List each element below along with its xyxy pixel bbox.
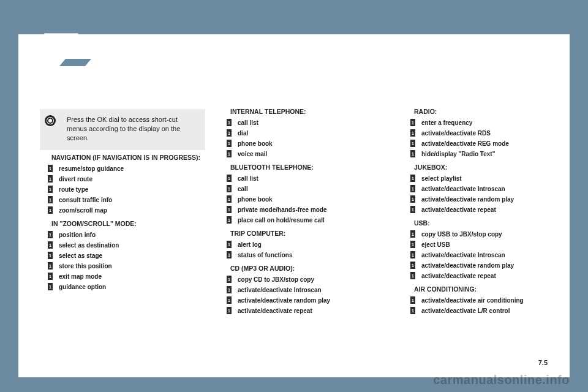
column-2: INTERNAL TELEPHONE:1call list1dial1phone… (227, 108, 398, 320)
item-label: activate/deactivate REG mode (421, 140, 509, 147)
item-badge-icon: 1 (410, 296, 415, 304)
menu-item: 1activate/deactivate random play (410, 195, 582, 203)
menu-item: 1position info (48, 231, 219, 238)
menu-item: 1exit map mode (48, 273, 219, 280)
menu-item: 1store this position (48, 262, 219, 270)
page-number: 7.5 (538, 359, 548, 366)
menu-item: 1activate/deactivate L/R control (410, 307, 582, 314)
menu-item: 1activate/deactivate Introscan (410, 185, 582, 192)
item-label: call list (238, 175, 258, 182)
item-badge-icon: 1 (410, 195, 415, 203)
item-label: alert log (238, 241, 262, 248)
menu-item: 1place call on hold/resume call (227, 216, 398, 224)
item-badge-icon: 1 (48, 262, 53, 270)
item-badge-icon: 1 (48, 273, 53, 280)
menu-item: 1guidance option (48, 283, 219, 290)
item-badge-icon: 1 (227, 150, 232, 157)
menu-item: 1eject USB (410, 241, 582, 248)
menu-item: 1select as destination (48, 241, 219, 249)
menu-item: 1zoom/scroll map (48, 206, 219, 214)
item-label: select as stage (59, 252, 102, 259)
item-label: activate/deactivate Introscan (238, 287, 322, 293)
column-3: RADIO:1enter a frequency1activate/deacti… (410, 108, 582, 320)
item-badge-icon: 1 (48, 186, 53, 193)
item-badge-icon: 1 (227, 307, 232, 314)
menu-item: 1copy CD to JBX/stop copy (227, 276, 398, 283)
item-label: resume/stop guidance (59, 165, 124, 172)
item-label: activate/deactivate random play (238, 297, 330, 304)
item-badge-icon: 1 (410, 129, 415, 137)
item-badge-icon: 1 (48, 231, 53, 238)
item-label: activate/deactivate random play (421, 262, 514, 269)
item-label: hide/display "Radio Text" (421, 151, 495, 157)
item-label: activate/deactivate repeat (421, 206, 496, 213)
menu-item: 1copy USB to JBX/stop copy (410, 230, 582, 238)
menu-item: 1phone book (227, 195, 398, 203)
item-badge-icon: 1 (410, 150, 415, 157)
item-label: activate/deactivate repeat (238, 307, 312, 314)
item-label: guidance option (59, 284, 106, 290)
item-label: divert route (59, 176, 92, 183)
item-label: phone book (238, 140, 273, 147)
item-badge-icon: 1 (410, 272, 415, 279)
section-title: USB: (410, 219, 582, 227)
item-badge-icon: 1 (410, 140, 415, 147)
item-label: activate/deactivate random play (421, 196, 514, 203)
item-label: call list (238, 119, 258, 126)
item-badge-icon: 1 (410, 307, 415, 314)
item-label: copy USB to JBX/stop copy (421, 231, 502, 238)
section-title: IN "ZOOM/SCROLL" MODE: (48, 220, 219, 227)
page-panel: Press the OK dial to access short-cut me… (18, 34, 570, 377)
menu-item: 1call list (227, 175, 398, 182)
item-badge-icon: 1 (410, 251, 415, 258)
item-badge-icon: 1 (227, 296, 232, 304)
section-title: BLUETOOTH TELEPHONE: (227, 164, 398, 171)
menu-section: RADIO:1enter a frequency1activate/deacti… (410, 108, 582, 157)
menu-item: 1call (227, 185, 398, 192)
intro-box: Press the OK dial to access short-cut me… (40, 109, 205, 150)
item-label: select as destination (59, 242, 119, 249)
menu-item: 1activate/deactivate random play (227, 296, 398, 304)
menu-item: 1enter a frequency (410, 119, 582, 126)
section-title: NAVIGATION (IF NAVIGATION IS IN PROGRESS… (48, 154, 219, 161)
item-badge-icon: 1 (227, 206, 232, 213)
item-badge-icon: 1 (227, 140, 232, 147)
item-badge-icon: 1 (227, 241, 232, 248)
menu-item: 1activate/deactivate repeat (410, 272, 582, 279)
item-label: activate/deactivate repeat (421, 273, 496, 279)
item-badge-icon: 1 (48, 196, 53, 203)
menu-section: NAVIGATION (IF NAVIGATION IS IN PROGRESS… (48, 154, 219, 214)
item-badge-icon: 1 (410, 175, 415, 182)
section-title: TRIP COMPUTER: (227, 230, 398, 237)
menu-section: CD (MP3 OR AUDIO):1copy CD to JBX/stop c… (227, 265, 398, 314)
menu-item: 1alert log (227, 241, 398, 248)
item-label: route type (59, 186, 88, 193)
item-badge-icon: 1 (410, 185, 415, 192)
menu-item: 1activate/deactivate RDS (410, 129, 582, 137)
item-label: consult traffic info (59, 197, 112, 203)
menu-item: 1status of functions (227, 251, 398, 258)
menu-section: TRIP COMPUTER:1alert log1status of funct… (227, 230, 398, 258)
item-label: enter a frequency (421, 119, 472, 126)
menu-section: USB:1copy USB to JBX/stop copy1eject USB… (410, 219, 582, 279)
menu-item: 1activate/deactivate Introscan (227, 286, 398, 293)
item-label: position info (59, 232, 96, 238)
item-label: dial (238, 130, 248, 137)
item-badge-icon: 1 (48, 165, 53, 172)
item-label: exit map mode (59, 273, 102, 280)
menu-item: 1activate/deactivate random play (410, 262, 582, 269)
item-badge-icon: 1 (227, 129, 232, 137)
item-badge-icon: 1 (48, 175, 53, 183)
item-label: activate/deactivate Introscan (421, 252, 505, 258)
item-badge-icon: 1 (48, 206, 53, 214)
menu-item: 1route type (48, 186, 219, 193)
item-badge-icon: 1 (48, 252, 53, 259)
menu-item: 1dial (227, 129, 398, 137)
brightness-icon (45, 115, 56, 126)
item-badge-icon: 1 (227, 286, 232, 293)
menu-section: JUKEBOX:1select playlist1activate/deacti… (410, 164, 582, 213)
column-1: NAVIGATION (IF NAVIGATION IS IN PROGRESS… (48, 154, 219, 296)
menu-item: 1resume/stop guidance (48, 165, 219, 172)
item-badge-icon: 1 (410, 206, 415, 213)
item-badge-icon: 1 (48, 283, 53, 290)
